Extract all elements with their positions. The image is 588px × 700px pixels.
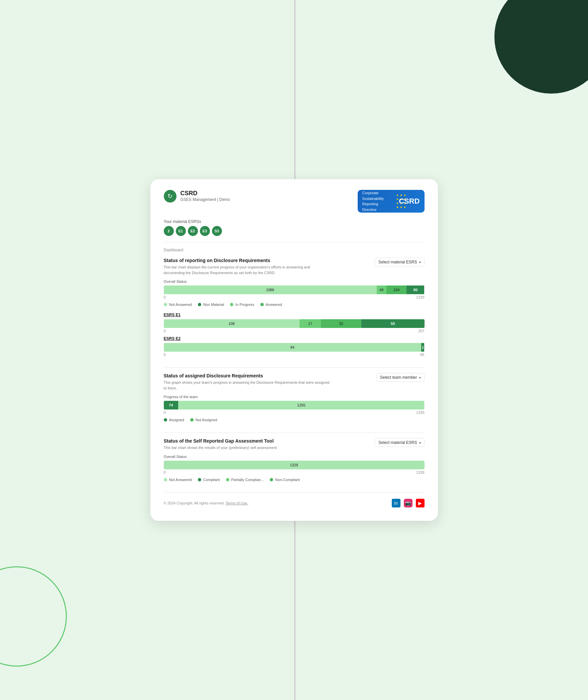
bar-limits-team: 0 1329 <box>164 411 425 415</box>
legend-dot-answered <box>260 303 264 306</box>
esrs-e1-seg3: 32 <box>321 319 361 328</box>
youtube-icon[interactable]: ▶ <box>416 499 425 507</box>
chevron-down-icon-2: ▾ <box>419 376 421 379</box>
header: ↻ CSRD GSES Management | Demo Corporate … <box>164 190 425 213</box>
legend-label-in-progress: In Progress <box>235 303 254 307</box>
linkedin-icon[interactable]: in <box>392 499 400 507</box>
legend-dot-not-answered <box>164 303 167 306</box>
select-material-esrs-3-label: Select material ESRS <box>378 440 417 445</box>
app-title: CSRD <box>181 190 230 197</box>
esrs-e1-label[interactable]: ESRS E1 <box>164 313 425 317</box>
progress-team-label: Progress of the team <box>164 395 425 399</box>
esrs-tag-e3[interactable]: E3 <box>200 226 210 236</box>
esrs-e1-seg2: 17 <box>300 319 321 328</box>
section-assigned-header: Status of assigned Disclosure Requiremen… <box>164 373 425 391</box>
esrs-label: Your material ESRSs <box>164 219 425 224</box>
legend-label-answered: Answered <box>266 303 282 307</box>
legend-label-assigned: Assigned <box>169 418 184 422</box>
bar-seg-answered: 90 <box>406 285 424 294</box>
legend-label-gap-partial: Partially Complian... <box>231 478 264 482</box>
section-reporting: Status of reporting on Disclosure Requir… <box>164 258 425 357</box>
csrd-banner-label: CSRD <box>399 197 420 206</box>
footer-copyright: © 2024 Copyright. All rights reserved. T… <box>164 501 248 505</box>
bar-seg-not-answered: 1086 <box>164 285 377 294</box>
section-gap-desc: This bar chart shows the results of your… <box>164 445 278 451</box>
legend-reporting: Not Answered Non Material In Progress An… <box>164 303 425 307</box>
esrs-e2-seg1: 84 <box>164 343 422 352</box>
esrs-tag-e2[interactable]: E2 <box>188 226 198 236</box>
team-progress-bar: 74 1255 0 1329 <box>164 401 425 415</box>
footer-socials: in 📷 ▶ <box>392 499 425 507</box>
legend-label-non-material: Non Material <box>203 303 224 307</box>
legend-label-gap-compliant: Compliant <box>203 478 220 482</box>
legend-dot-gap-compliant <box>198 478 201 481</box>
legend-gap-partial: Partially Complian... <box>226 478 264 482</box>
footer: © 2024 Copyright. All rights reserved. T… <box>164 492 425 507</box>
section-reporting-header: Status of reporting on Disclosure Requir… <box>164 258 425 275</box>
esrs-e1-seg1: 108 <box>164 319 300 328</box>
chevron-down-icon: ▾ <box>419 260 421 264</box>
esrs-e2-label[interactable]: ESRS E2 <box>164 336 425 341</box>
bg-decoration-circle-green <box>0 566 67 667</box>
legend-label-gap-non-compliant: Non-Compliant <box>275 478 300 482</box>
divider-1 <box>164 242 425 242</box>
esrs-e2-seg2: 1 <box>421 343 424 352</box>
header-left: ↻ CSRD GSES Management | Demo <box>164 190 230 203</box>
header-info: CSRD GSES Management | Demo <box>181 190 230 202</box>
legend-dot-non-material <box>198 303 201 306</box>
esrs-section: Your material ESRSs 2 E1 E2 E3 S3 <box>164 219 425 236</box>
legend-non-material: Non Material <box>198 303 224 307</box>
legend-gap-compliant: Compliant <box>198 478 220 482</box>
esrs-e1-seg4: 50 <box>361 319 425 328</box>
bar-seg-non-material: 104 <box>386 285 407 294</box>
logo-icon: ↻ <box>167 193 172 200</box>
footer-copy-text: © 2024 Copyright. All rights reserved. <box>164 501 225 505</box>
legend-assigned: Assigned Not Assigned <box>164 418 425 422</box>
legend-answered: Answered <box>260 303 282 307</box>
legend-dot-not-assigned <box>190 418 194 422</box>
section-assigned: Status of assigned Disclosure Requiremen… <box>164 373 425 422</box>
section-gap-header: Status of the Self Reported Gap Assessme… <box>164 438 425 451</box>
dashboard-label: Dashboard <box>164 248 425 252</box>
legend-dot-gap-partial <box>226 478 229 481</box>
select-material-esrs-1-label: Select material ESRS <box>378 260 417 264</box>
legend-dot-assigned <box>164 418 167 422</box>
legend-gap-non-compliant: Non-Compliant <box>270 478 300 482</box>
select-team-member[interactable]: Select team member ▾ <box>376 373 425 382</box>
select-team-member-label: Select team member <box>380 375 417 380</box>
legend-dot-gap-not-answered <box>164 478 167 481</box>
team-bar-seg1: 74 <box>164 401 179 410</box>
bar-limits-overall: 0 1329 <box>164 295 425 299</box>
legend-not-assigned-item: Not Assigned <box>190 418 217 422</box>
select-material-esrs-1[interactable]: Select material ESRS ▾ <box>375 258 424 266</box>
bar-seg-in-progress: 49 <box>377 285 386 294</box>
csrd-banner: Corporate Sustainability Reporting Direc… <box>358 190 425 213</box>
legend-gap-not-answered: Not Answered <box>164 478 192 482</box>
esrs-tag-2[interactable]: 2 <box>164 226 174 236</box>
csrd-banner-text: Corporate Sustainability Reporting Direc… <box>362 190 384 212</box>
bar-limits-e2: 0 85 <box>164 353 425 357</box>
legend-dot-gap-non-compliant <box>270 478 273 481</box>
legend-label-gap-not-answered: Not Answered <box>169 478 192 482</box>
section-reporting-info: Status of reporting on Disclosure Requir… <box>164 258 331 275</box>
instagram-icon[interactable]: 📷 <box>404 499 413 507</box>
gap-bar: 1329 0 1329 <box>164 461 425 474</box>
esrs-tags: 2 E1 E2 E3 S3 <box>164 226 425 236</box>
legend-label-not-answered: Not Answered <box>169 303 192 307</box>
bar-limits-e1: 0 207 <box>164 329 425 333</box>
esrs-e2-bar: 84 1 0 85 <box>164 343 425 357</box>
select-material-esrs-3[interactable]: Select material ESRS ▾ <box>375 438 424 447</box>
section-reporting-desc: This bar chart displays the current prog… <box>164 264 331 275</box>
section-gap-title: Status of the Self Reported Gap Assessme… <box>164 438 278 444</box>
app-logo: ↻ <box>164 190 177 203</box>
esrs-tag-s3[interactable]: S3 <box>212 226 222 236</box>
legend-dot-in-progress <box>230 303 233 306</box>
esrs-tag-e1[interactable]: E1 <box>176 226 186 236</box>
section-gap-info: Status of the Self Reported Gap Assessme… <box>164 438 278 451</box>
footer-terms-link[interactable]: Terms of Use. <box>226 501 248 505</box>
team-bar-seg2: 1255 <box>178 401 424 410</box>
section-assigned-desc: This graph shows your team's progress in… <box>164 380 331 391</box>
bar-limits-gap: 0 1329 <box>164 470 425 474</box>
legend-in-progress: In Progress <box>230 303 254 307</box>
legend-label-not-assigned: Not Assigned <box>196 418 217 422</box>
